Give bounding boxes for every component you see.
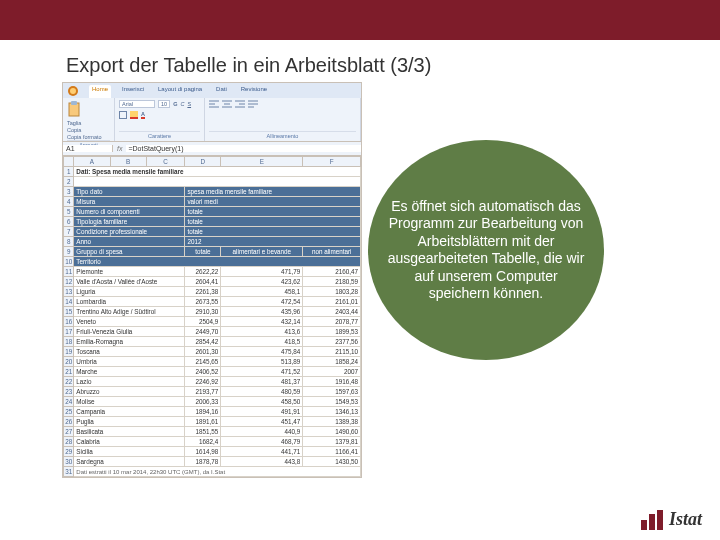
copy-label[interactable]: Copia [67,127,102,133]
value-cell[interactable]: 2854,42 [185,337,221,347]
value-cell[interactable]: 2078,77 [303,317,361,327]
align-center-icon[interactable] [222,100,232,108]
font-color-icon[interactable]: A [141,111,145,119]
row-number[interactable]: 29 [64,447,74,457]
row-number[interactable]: 24 [64,397,74,407]
tab-insert[interactable]: Inserisci [119,85,147,98]
value-cell[interactable]: 2261,38 [185,287,221,297]
col-header[interactable]: A [74,157,110,167]
underline-icon[interactable]: S [187,101,191,107]
row-number[interactable]: 22 [64,377,74,387]
value-cell[interactable]: 2910,30 [185,307,221,317]
value-cell[interactable]: 1166,41 [303,447,361,457]
cell[interactable] [74,177,361,187]
value-cell[interactable]: 435,96 [221,307,303,317]
value-cell[interactable]: 2006,33 [185,397,221,407]
row-number[interactable]: 27 [64,427,74,437]
region-name[interactable]: Lazio [74,377,185,387]
value-cell[interactable]: 468,79 [221,437,303,447]
territorio-label[interactable]: Territorio [74,257,361,267]
value-cell[interactable]: 2673,55 [185,297,221,307]
region-name[interactable]: Abruzzo [74,387,185,397]
value-cell[interactable]: 458,50 [221,397,303,407]
row-number[interactable]: 4 [64,197,74,207]
value-cell[interactable]: 471,79 [221,267,303,277]
col-header[interactable]: B [110,157,146,167]
row-number[interactable]: 8 [64,237,74,247]
row-number[interactable]: 21 [64,367,74,377]
value-cell[interactable]: 1549,53 [303,397,361,407]
row-number[interactable]: 31 [64,467,74,477]
meta-label[interactable]: Tipologia familiare [74,217,185,227]
tab-review[interactable]: Revisione [238,85,270,98]
row-number[interactable]: 13 [64,287,74,297]
value-cell[interactable]: 1899,53 [303,327,361,337]
value-cell[interactable]: 413,6 [221,327,303,337]
value-cell[interactable]: 2403,44 [303,307,361,317]
value-cell[interactable]: 1858,24 [303,357,361,367]
value-cell[interactable]: 1430,50 [303,457,361,467]
tab-data[interactable]: Dati [213,85,230,98]
value-cell[interactable]: 2504,9 [185,317,221,327]
tab-home[interactable]: Home [89,85,111,98]
region-name[interactable]: Sardegna [74,457,185,467]
value-cell[interactable]: 1614,98 [185,447,221,457]
region-name[interactable]: Marche [74,367,185,377]
value-cell[interactable]: 1490,60 [303,427,361,437]
value-cell[interactable]: 472,54 [221,297,303,307]
name-box[interactable]: A1 [63,145,113,152]
region-name[interactable]: Toscana [74,347,185,357]
region-name[interactable]: Friuli-Venezia Giulia [74,327,185,337]
value-cell[interactable]: 480,59 [221,387,303,397]
value-cell[interactable]: 2449,70 [185,327,221,337]
value-cell[interactable]: 1346,13 [303,407,361,417]
col-header[interactable]: E [221,157,303,167]
region-name[interactable]: Molise [74,397,185,407]
row-number[interactable]: 16 [64,317,74,327]
value-cell[interactable]: 1389,38 [303,417,361,427]
row-number[interactable]: 12 [64,277,74,287]
value-cell[interactable]: 2601,30 [185,347,221,357]
value-cell[interactable]: 1803,28 [303,287,361,297]
meta-label[interactable]: Misura [74,197,185,207]
row-number[interactable]: 30 [64,457,74,467]
value-cell[interactable]: 2246,92 [185,377,221,387]
value-cell[interactable]: 441,71 [221,447,303,457]
row-number[interactable]: 9 [64,247,74,257]
region-name[interactable]: Sicilia [74,447,185,457]
meta-value[interactable]: totale [185,217,361,227]
value-cell[interactable]: 1597,63 [303,387,361,397]
value-cell[interactable]: 1916,48 [303,377,361,387]
row-number[interactable]: 23 [64,387,74,397]
region-name[interactable]: Trentino Alto Adige / Südtirol [74,307,185,317]
value-cell[interactable]: 2622,22 [185,267,221,277]
value-cell[interactable]: 2377,56 [303,337,361,347]
meta-label[interactable]: Numero di componenti [74,207,185,217]
align-left-icon[interactable] [209,100,219,108]
category-header[interactable]: non alimentari [303,247,361,257]
row-number[interactable]: 1 [64,167,74,177]
row-number[interactable]: 15 [64,307,74,317]
row-number[interactable]: 2 [64,177,74,187]
footnote-cell[interactable]: Dati estratti il 10 mar 2014, 22h30 UTC … [74,467,361,477]
value-cell[interactable]: 440,9 [221,427,303,437]
value-cell[interactable]: 1891,61 [185,417,221,427]
value-cell[interactable]: 491,91 [221,407,303,417]
meta-label[interactable]: Anno [74,237,185,247]
col-header[interactable]: D [185,157,221,167]
row-number[interactable]: 18 [64,337,74,347]
value-cell[interactable]: 2406,52 [185,367,221,377]
bold-icon[interactable]: G [173,101,177,107]
meta-value[interactable]: valori medi [185,197,361,207]
meta-value[interactable]: totale [185,207,361,217]
value-cell[interactable]: 481,37 [221,377,303,387]
row-number[interactable]: 6 [64,217,74,227]
fx-icon[interactable]: fx [113,145,126,152]
office-button[interactable] [65,85,81,98]
value-cell[interactable]: 1851,55 [185,427,221,437]
col-header[interactable]: C [146,157,185,167]
region-name[interactable]: Puglia [74,417,185,427]
row-number[interactable]: 11 [64,267,74,277]
value-cell[interactable]: 513,89 [221,357,303,367]
row-number[interactable]: 20 [64,357,74,367]
